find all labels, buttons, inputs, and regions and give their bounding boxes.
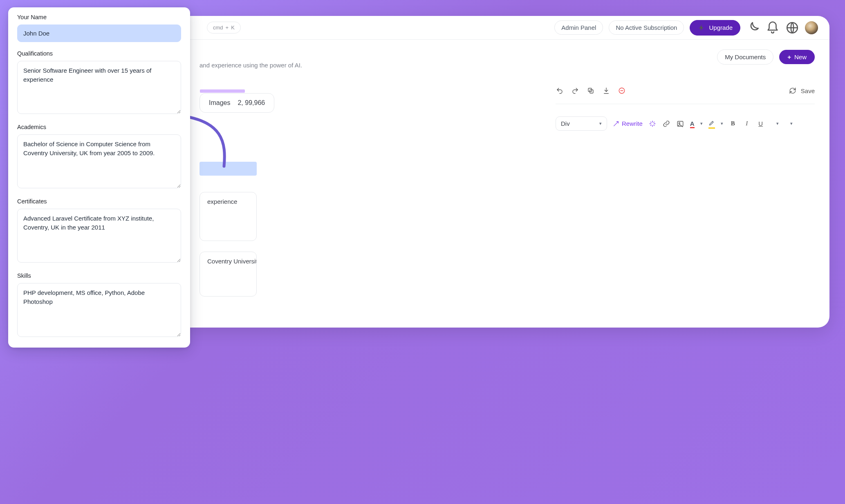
upgrade-label: Upgrade [709, 24, 733, 31]
certificates-input[interactable] [17, 209, 181, 263]
ai-sparkle-button[interactable] [648, 120, 657, 128]
moon-icon [746, 21, 760, 35]
link-button[interactable] [662, 120, 670, 128]
bolt-icon [697, 24, 706, 32]
upgrade-button[interactable]: Upgrade [690, 20, 740, 36]
qualifications-label: Qualifications [17, 50, 181, 57]
stat-label: Images [209, 99, 230, 107]
plus-icon: + [787, 54, 791, 60]
highlight-icon [708, 120, 715, 127]
bold-button[interactable]: B [729, 120, 737, 128]
highlight-color-group[interactable]: ▾ [708, 120, 723, 127]
background-textbox-1[interactable]: experience [199, 192, 257, 241]
chevron-down-icon: ▾ [700, 121, 703, 126]
command-shortcut-pill[interactable]: cmd + K [207, 22, 241, 33]
academics-label: Academics [17, 124, 181, 130]
stat-value: 2, 99,966 [238, 99, 265, 107]
undo-button[interactable] [556, 87, 564, 95]
subscription-status[interactable]: No Active Subscription [609, 20, 684, 35]
svg-point-5 [679, 123, 680, 124]
editor-column: My Documents + New Save [556, 40, 829, 328]
selection-highlight [199, 162, 257, 176]
theme-toggle[interactable] [746, 21, 760, 35]
rewrite-button[interactable]: Rewrite [613, 120, 643, 127]
italic-button[interactable]: I [743, 120, 751, 128]
link-icon [663, 120, 670, 127]
kbd-cmd: cmd [213, 25, 223, 31]
chevron-down-icon: ▾ [790, 121, 793, 126]
text-color-group[interactable]: A ▾ [690, 120, 703, 127]
stat-box[interactable]: Images 2, 99,966 [199, 93, 274, 113]
chevron-down-icon: ▾ [599, 121, 602, 126]
right-header: My Documents + New [556, 49, 815, 65]
notifications-button[interactable] [766, 21, 780, 35]
save-button[interactable]: Save [801, 87, 815, 94]
qualifications-input[interactable] [17, 61, 181, 114]
language-button[interactable] [785, 21, 799, 35]
background-textbox-2[interactable]: Coventry University, UK [199, 252, 257, 297]
remove-button[interactable] [618, 87, 626, 95]
download-button[interactable] [602, 87, 610, 95]
new-button[interactable]: + New [779, 50, 815, 64]
background-textbox-2-text: Coventry University, UK [207, 258, 257, 265]
editor-toolbar-secondary: Div ▾ Rewrite A ▾ [556, 116, 815, 131]
admin-panel-link[interactable]: Admin Panel [554, 20, 603, 35]
description-fragment: and experience using the power of AI. [199, 62, 544, 69]
wand-icon [613, 120, 619, 127]
new-label: New [794, 54, 807, 60]
image-icon [677, 120, 684, 127]
block-type-value: Div [561, 120, 570, 127]
redo-button[interactable] [571, 87, 579, 95]
block-type-select[interactable]: Div ▾ [556, 116, 607, 131]
globe-icon [785, 21, 799, 35]
ordered-list-group[interactable]: ▾ [784, 121, 793, 126]
name-input[interactable] [17, 25, 181, 42]
academics-input[interactable] [17, 134, 181, 188]
kbd-plus: + [226, 25, 229, 31]
center-col: and experience using the power of AI. Im… [191, 40, 556, 328]
name-label: Your Name [17, 14, 181, 20]
editor-toolbar-primary: Save [556, 84, 815, 97]
rewrite-label: Rewrite [622, 120, 643, 127]
copy-button[interactable] [587, 87, 595, 95]
kbd-k: K [231, 25, 235, 31]
refresh-icon [789, 87, 797, 95]
text-color-icon: A [690, 120, 695, 127]
skills-label: Skills [17, 272, 181, 279]
chevron-down-icon: ▾ [776, 121, 779, 126]
chevron-down-icon: ▾ [721, 121, 723, 126]
underline-button[interactable]: U [757, 120, 765, 128]
form-popup: Your Name Qualifications Academics Certi… [8, 7, 190, 348]
certificates-label: Certificates [17, 198, 181, 205]
background-textbox-1-text: experience [207, 198, 237, 205]
skills-input[interactable] [17, 283, 181, 337]
sparkle-icon [649, 120, 656, 127]
stat-accent [200, 89, 245, 93]
bullet-list-group[interactable]: ▾ [771, 121, 779, 126]
avatar[interactable] [805, 21, 818, 34]
image-button[interactable] [676, 120, 684, 128]
divider [556, 104, 815, 104]
bell-icon [766, 21, 780, 35]
my-documents-button[interactable]: My Documents [717, 49, 773, 65]
